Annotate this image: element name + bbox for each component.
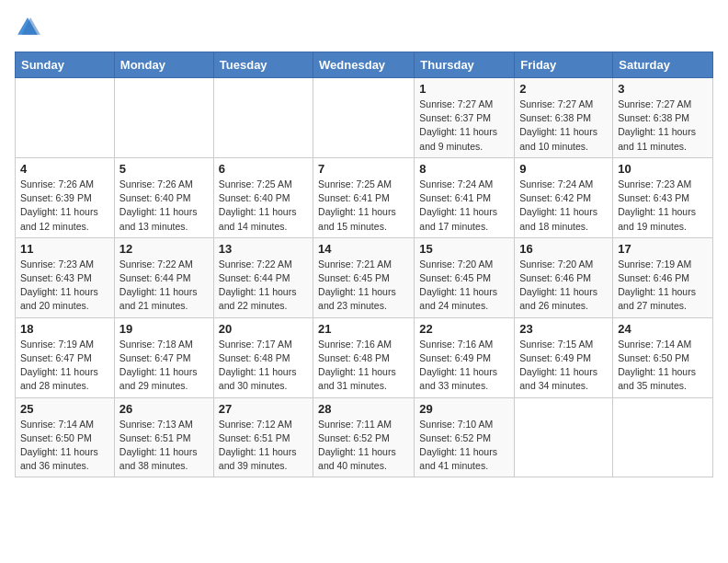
- day-number: 20: [219, 322, 308, 336]
- day-number: 9: [519, 162, 608, 176]
- calendar-cell: 11Sunrise: 7:23 AM Sunset: 6:43 PM Dayli…: [16, 237, 115, 317]
- calendar-cell: 26Sunrise: 7:13 AM Sunset: 6:51 PM Dayli…: [114, 397, 213, 477]
- day-number: 19: [119, 322, 209, 336]
- calendar-cell: 14Sunrise: 7:21 AM Sunset: 6:45 PM Dayli…: [313, 237, 415, 317]
- day-info: Sunrise: 7:10 AM Sunset: 6:52 PM Dayligh…: [419, 418, 509, 474]
- logo: [15, 15, 44, 40]
- day-number: 21: [318, 322, 409, 336]
- calendar-cell: 12Sunrise: 7:22 AM Sunset: 6:44 PM Dayli…: [114, 237, 213, 317]
- calendar-cell: 28Sunrise: 7:11 AM Sunset: 6:52 PM Dayli…: [313, 397, 415, 477]
- day-info: Sunrise: 7:23 AM Sunset: 6:43 PM Dayligh…: [618, 178, 708, 234]
- day-header-saturday: Saturday: [613, 52, 713, 78]
- calendar-cell: 23Sunrise: 7:15 AM Sunset: 6:49 PM Dayli…: [515, 317, 613, 397]
- day-header-thursday: Thursday: [415, 52, 515, 78]
- calendar-cell: 8Sunrise: 7:24 AM Sunset: 6:41 PM Daylig…: [415, 157, 515, 237]
- calendar-cell: 10Sunrise: 7:23 AM Sunset: 6:43 PM Dayli…: [613, 157, 713, 237]
- day-number: 1: [419, 82, 509, 96]
- day-info: Sunrise: 7:25 AM Sunset: 6:40 PM Dayligh…: [219, 178, 308, 234]
- calendar-header-row: SundayMondayTuesdayWednesdayThursdayFrid…: [16, 52, 713, 78]
- calendar-cell: [313, 78, 415, 158]
- day-info: Sunrise: 7:27 AM Sunset: 6:37 PM Dayligh…: [419, 98, 509, 154]
- calendar-cell: [114, 78, 213, 158]
- calendar-cell: 25Sunrise: 7:14 AM Sunset: 6:50 PM Dayli…: [16, 397, 115, 477]
- calendar-cell: 7Sunrise: 7:25 AM Sunset: 6:41 PM Daylig…: [313, 157, 415, 237]
- calendar-cell: 20Sunrise: 7:17 AM Sunset: 6:48 PM Dayli…: [213, 317, 313, 397]
- calendar-cell: 21Sunrise: 7:16 AM Sunset: 6:48 PM Dayli…: [313, 317, 415, 397]
- day-number: 23: [519, 322, 608, 336]
- day-info: Sunrise: 7:24 AM Sunset: 6:41 PM Dayligh…: [419, 178, 509, 234]
- calendar-cell: [16, 78, 115, 158]
- day-number: 27: [219, 402, 308, 416]
- day-info: Sunrise: 7:20 AM Sunset: 6:46 PM Dayligh…: [519, 258, 608, 314]
- calendar-cell: 22Sunrise: 7:16 AM Sunset: 6:49 PM Dayli…: [415, 317, 515, 397]
- calendar-cell: 29Sunrise: 7:10 AM Sunset: 6:52 PM Dayli…: [415, 397, 515, 477]
- day-number: 15: [419, 242, 509, 256]
- calendar-cell: 1Sunrise: 7:27 AM Sunset: 6:37 PM Daylig…: [415, 78, 515, 158]
- day-info: Sunrise: 7:19 AM Sunset: 6:46 PM Dayligh…: [618, 258, 708, 314]
- calendar-cell: 3Sunrise: 7:27 AM Sunset: 6:38 PM Daylig…: [613, 78, 713, 158]
- day-header-monday: Monday: [114, 52, 213, 78]
- day-info: Sunrise: 7:16 AM Sunset: 6:48 PM Dayligh…: [318, 338, 409, 394]
- calendar-cell: [213, 78, 313, 158]
- day-header-sunday: Sunday: [16, 52, 115, 78]
- day-info: Sunrise: 7:22 AM Sunset: 6:44 PM Dayligh…: [219, 258, 308, 314]
- day-info: Sunrise: 7:26 AM Sunset: 6:39 PM Dayligh…: [20, 178, 109, 234]
- day-number: 13: [219, 242, 308, 256]
- day-info: Sunrise: 7:13 AM Sunset: 6:51 PM Dayligh…: [119, 418, 209, 474]
- day-number: 8: [419, 162, 509, 176]
- day-info: Sunrise: 7:25 AM Sunset: 6:41 PM Dayligh…: [318, 178, 409, 234]
- day-number: 5: [119, 162, 209, 176]
- day-info: Sunrise: 7:17 AM Sunset: 6:48 PM Dayligh…: [219, 338, 308, 394]
- day-info: Sunrise: 7:27 AM Sunset: 6:38 PM Dayligh…: [519, 98, 608, 154]
- calendar-cell: 24Sunrise: 7:14 AM Sunset: 6:50 PM Dayli…: [613, 317, 713, 397]
- day-info: Sunrise: 7:20 AM Sunset: 6:45 PM Dayligh…: [419, 258, 509, 314]
- day-header-wednesday: Wednesday: [313, 52, 415, 78]
- calendar-cell: 5Sunrise: 7:26 AM Sunset: 6:40 PM Daylig…: [114, 157, 213, 237]
- day-info: Sunrise: 7:11 AM Sunset: 6:52 PM Dayligh…: [318, 418, 409, 474]
- day-info: Sunrise: 7:18 AM Sunset: 6:47 PM Dayligh…: [119, 338, 209, 394]
- day-number: 2: [519, 82, 608, 96]
- day-info: Sunrise: 7:27 AM Sunset: 6:38 PM Dayligh…: [618, 98, 708, 154]
- day-info: Sunrise: 7:26 AM Sunset: 6:40 PM Dayligh…: [119, 178, 209, 234]
- day-info: Sunrise: 7:22 AM Sunset: 6:44 PM Dayligh…: [119, 258, 209, 314]
- calendar-week-4: 18Sunrise: 7:19 AM Sunset: 6:47 PM Dayli…: [16, 317, 713, 397]
- calendar-cell: [613, 397, 713, 477]
- calendar-cell: 18Sunrise: 7:19 AM Sunset: 6:47 PM Dayli…: [16, 317, 115, 397]
- calendar-cell: 6Sunrise: 7:25 AM Sunset: 6:40 PM Daylig…: [213, 157, 313, 237]
- calendar-cell: 15Sunrise: 7:20 AM Sunset: 6:45 PM Dayli…: [415, 237, 515, 317]
- day-header-tuesday: Tuesday: [213, 52, 313, 78]
- day-info: Sunrise: 7:23 AM Sunset: 6:43 PM Dayligh…: [20, 258, 109, 314]
- day-number: 17: [618, 242, 708, 256]
- day-header-friday: Friday: [515, 52, 613, 78]
- calendar-week-3: 11Sunrise: 7:23 AM Sunset: 6:43 PM Dayli…: [16, 237, 713, 317]
- calendar-cell: 27Sunrise: 7:12 AM Sunset: 6:51 PM Dayli…: [213, 397, 313, 477]
- logo-icon: [15, 15, 40, 40]
- calendar-cell: 9Sunrise: 7:24 AM Sunset: 6:42 PM Daylig…: [515, 157, 613, 237]
- calendar-cell: 19Sunrise: 7:18 AM Sunset: 6:47 PM Dayli…: [114, 317, 213, 397]
- day-info: Sunrise: 7:21 AM Sunset: 6:45 PM Dayligh…: [318, 258, 409, 314]
- day-number: 22: [419, 322, 509, 336]
- calendar-cell: 13Sunrise: 7:22 AM Sunset: 6:44 PM Dayli…: [213, 237, 313, 317]
- calendar-week-1: 1Sunrise: 7:27 AM Sunset: 6:37 PM Daylig…: [16, 78, 713, 158]
- day-number: 29: [419, 402, 509, 416]
- calendar-cell: 16Sunrise: 7:20 AM Sunset: 6:46 PM Dayli…: [515, 237, 613, 317]
- day-number: 16: [519, 242, 608, 256]
- calendar-cell: 2Sunrise: 7:27 AM Sunset: 6:38 PM Daylig…: [515, 78, 613, 158]
- day-number: 28: [318, 402, 409, 416]
- day-number: 10: [618, 162, 708, 176]
- day-info: Sunrise: 7:14 AM Sunset: 6:50 PM Dayligh…: [20, 418, 109, 474]
- day-number: 6: [219, 162, 308, 176]
- calendar-week-5: 25Sunrise: 7:14 AM Sunset: 6:50 PM Dayli…: [16, 397, 713, 477]
- day-number: 4: [20, 162, 109, 176]
- day-number: 14: [318, 242, 409, 256]
- day-info: Sunrise: 7:16 AM Sunset: 6:49 PM Dayligh…: [419, 338, 509, 394]
- day-number: 18: [20, 322, 109, 336]
- day-info: Sunrise: 7:14 AM Sunset: 6:50 PM Dayligh…: [618, 338, 708, 394]
- day-info: Sunrise: 7:24 AM Sunset: 6:42 PM Dayligh…: [519, 178, 608, 234]
- calendar-week-2: 4Sunrise: 7:26 AM Sunset: 6:39 PM Daylig…: [16, 157, 713, 237]
- day-number: 7: [318, 162, 409, 176]
- day-number: 25: [20, 402, 109, 416]
- day-number: 24: [618, 322, 708, 336]
- calendar-cell: 4Sunrise: 7:26 AM Sunset: 6:39 PM Daylig…: [16, 157, 115, 237]
- calendar-cell: [515, 397, 613, 477]
